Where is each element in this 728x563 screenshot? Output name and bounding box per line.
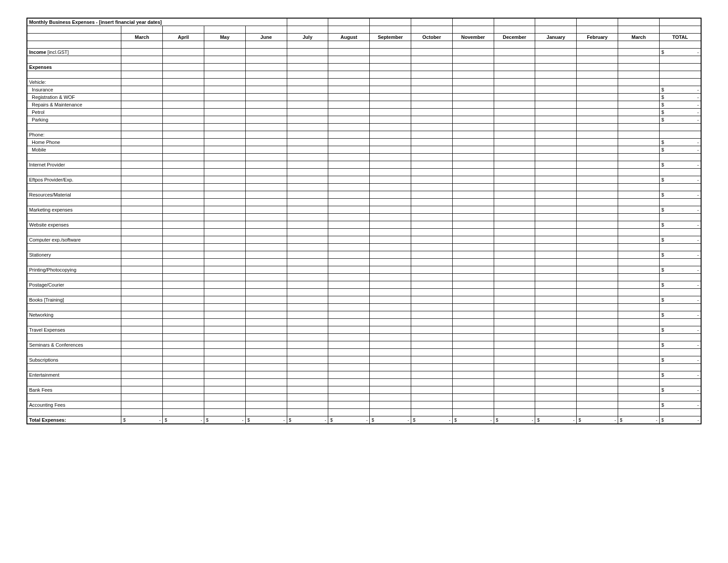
data-cell[interactable]	[577, 221, 618, 229]
data-cell[interactable]	[287, 326, 328, 334]
data-cell[interactable]	[204, 116, 245, 124]
data-cell[interactable]	[245, 191, 287, 199]
data-cell[interactable]	[163, 371, 204, 379]
data-cell[interactable]	[618, 109, 660, 116]
data-cell[interactable]	[121, 296, 163, 304]
data-cell[interactable]	[245, 311, 287, 319]
data-cell[interactable]	[204, 101, 245, 109]
data-cell[interactable]	[411, 94, 453, 101]
data-cell[interactable]	[163, 341, 204, 349]
data-cell[interactable]	[577, 49, 618, 56]
data-cell[interactable]	[618, 49, 660, 56]
data-cell[interactable]	[287, 146, 328, 154]
data-cell[interactable]	[245, 236, 287, 244]
data-cell[interactable]	[452, 281, 494, 289]
data-cell[interactable]	[494, 101, 535, 109]
data-cell[interactable]	[328, 116, 370, 124]
data-cell[interactable]	[121, 101, 163, 109]
data-cell[interactable]	[535, 401, 577, 409]
data-cell[interactable]	[328, 326, 370, 334]
data-cell[interactable]	[370, 251, 411, 259]
data-cell[interactable]	[577, 206, 618, 214]
data-cell[interactable]	[163, 191, 204, 199]
data-cell[interactable]	[245, 266, 287, 274]
data-cell[interactable]	[494, 311, 535, 319]
data-cell[interactable]	[328, 49, 370, 56]
data-cell[interactable]	[121, 221, 163, 229]
data-cell[interactable]	[618, 251, 660, 259]
data-cell[interactable]	[535, 236, 577, 244]
data-cell[interactable]	[535, 86, 577, 94]
data-cell[interactable]	[494, 86, 535, 94]
data-cell[interactable]	[535, 176, 577, 184]
data-cell[interactable]	[204, 341, 245, 349]
data-cell[interactable]	[163, 86, 204, 94]
data-cell[interactable]	[618, 341, 660, 349]
data-cell[interactable]	[577, 109, 618, 116]
data-cell[interactable]	[121, 236, 163, 244]
data-cell[interactable]	[328, 236, 370, 244]
data-cell[interactable]	[411, 146, 453, 154]
data-cell[interactable]	[494, 281, 535, 289]
data-cell[interactable]	[411, 401, 453, 409]
data-cell[interactable]	[411, 266, 453, 274]
data-cell[interactable]	[370, 146, 411, 154]
data-cell[interactable]	[245, 161, 287, 169]
data-cell[interactable]	[577, 401, 618, 409]
data-cell[interactable]	[245, 281, 287, 289]
data-cell[interactable]	[121, 266, 163, 274]
data-cell[interactable]	[452, 401, 494, 409]
data-cell[interactable]	[370, 86, 411, 94]
data-cell[interactable]	[535, 326, 577, 334]
data-cell[interactable]	[535, 341, 577, 349]
data-cell[interactable]	[287, 386, 328, 394]
data-cell[interactable]	[245, 49, 287, 56]
data-cell[interactable]	[577, 296, 618, 304]
data-cell[interactable]	[452, 296, 494, 304]
data-cell[interactable]	[452, 266, 494, 274]
data-cell[interactable]	[618, 86, 660, 94]
data-cell[interactable]	[577, 281, 618, 289]
data-cell[interactable]	[494, 371, 535, 379]
data-cell[interactable]	[204, 236, 245, 244]
data-cell[interactable]	[577, 94, 618, 101]
data-cell[interactable]	[328, 191, 370, 199]
data-cell[interactable]	[287, 221, 328, 229]
data-cell[interactable]	[121, 109, 163, 116]
data-cell[interactable]	[494, 176, 535, 184]
data-cell[interactable]	[204, 94, 245, 101]
data-cell[interactable]	[411, 86, 453, 94]
data-cell[interactable]	[535, 161, 577, 169]
data-cell[interactable]	[370, 401, 411, 409]
data-cell[interactable]	[328, 109, 370, 116]
data-cell[interactable]	[577, 326, 618, 334]
data-cell[interactable]	[494, 356, 535, 364]
data-cell[interactable]	[535, 109, 577, 116]
data-cell[interactable]	[618, 206, 660, 214]
data-cell[interactable]	[411, 311, 453, 319]
data-cell[interactable]	[618, 296, 660, 304]
data-cell[interactable]	[411, 371, 453, 379]
data-cell[interactable]	[577, 311, 618, 319]
data-cell[interactable]	[245, 86, 287, 94]
data-cell[interactable]	[163, 266, 204, 274]
data-cell[interactable]	[494, 326, 535, 334]
data-cell[interactable]	[163, 94, 204, 101]
data-cell[interactable]	[204, 139, 245, 146]
data-cell[interactable]	[411, 281, 453, 289]
data-cell[interactable]	[163, 146, 204, 154]
data-cell[interactable]	[163, 161, 204, 169]
data-cell[interactable]	[245, 371, 287, 379]
data-cell[interactable]	[411, 206, 453, 214]
data-cell[interactable]	[121, 371, 163, 379]
data-cell[interactable]	[452, 139, 494, 146]
data-cell[interactable]	[411, 296, 453, 304]
data-cell[interactable]	[328, 206, 370, 214]
data-cell[interactable]	[287, 101, 328, 109]
data-cell[interactable]	[577, 139, 618, 146]
data-cell[interactable]	[411, 176, 453, 184]
data-cell[interactable]	[452, 146, 494, 154]
data-cell[interactable]	[204, 281, 245, 289]
data-cell[interactable]	[452, 371, 494, 379]
data-cell[interactable]	[577, 236, 618, 244]
